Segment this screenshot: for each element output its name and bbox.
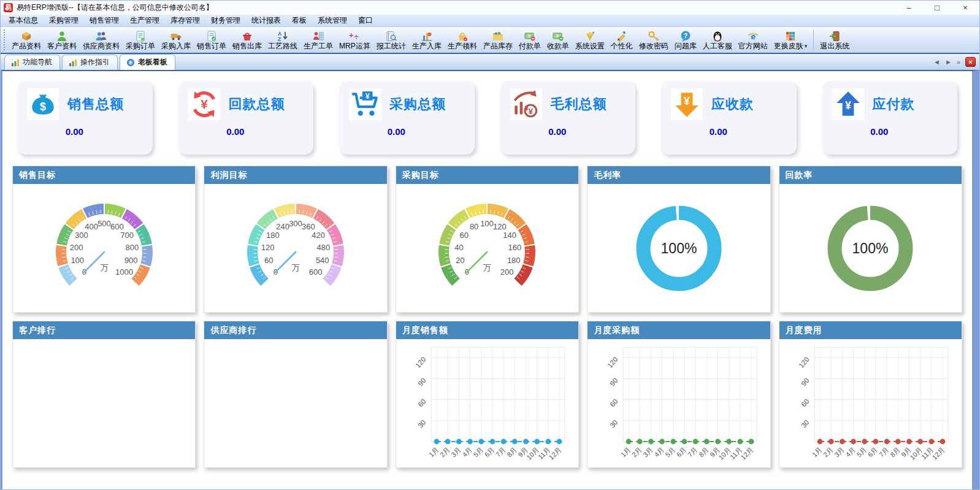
kpi-top: ¥应收款	[671, 88, 788, 120]
toolbar-button-customer-person[interactable]: 客户资料	[44, 29, 80, 51]
toolbar-label: 客户资料	[47, 42, 77, 50]
tab-scroll-right-icon[interactable]: ►	[945, 58, 952, 66]
menu-item-4[interactable]: 库存管理	[165, 14, 205, 27]
svg-text:180: 180	[507, 256, 521, 265]
app-logo-icon: 易	[4, 3, 13, 12]
svg-text:60: 60	[608, 397, 619, 408]
panel-title-supplier-ranking: 供应商排行	[204, 321, 386, 339]
svg-text:2月: 2月	[630, 445, 643, 458]
toolbar-button-password-key[interactable]: 修改密码	[636, 29, 672, 51]
toolbar-button-settings-gem[interactable]: 系统设置	[572, 29, 608, 51]
gross-margin-rate-chart: 100%	[588, 184, 770, 312]
svg-text:600: 600	[309, 267, 323, 276]
menu-item-6[interactable]: 统计报表	[246, 14, 286, 27]
toolbar-button-process-route-sort[interactable]: AZ工艺路线	[265, 29, 301, 51]
tab-1[interactable]: 操作指引	[62, 55, 118, 70]
tab-scroll-left-icon[interactable]: ◄	[933, 58, 940, 66]
menu-item-3[interactable]: 生产管理	[124, 14, 165, 27]
svg-text:6月: 6月	[483, 445, 496, 458]
toolbar-button-sales-out-basket[interactable]: 销售出库	[229, 29, 265, 51]
svg-text:100%: 100%	[852, 240, 889, 256]
toolbar-button-exit-door[interactable]: 退出系统	[817, 29, 852, 51]
menu-item-0[interactable]: 基本信息	[3, 14, 44, 27]
toolbar-label: 更换皮肤▾	[774, 42, 808, 50]
panel-title-monthly-expense: 月度费用	[779, 321, 962, 339]
menu-item-9[interactable]: 窗口	[353, 14, 378, 27]
svg-text:Z: Z	[278, 36, 281, 42]
toolbar-label: 人工客服	[703, 42, 732, 50]
toolbar-button-product-box[interactable]: 产品资料	[9, 29, 44, 51]
kpi-top: ¥采购总额	[349, 88, 466, 120]
toolbar-button-work-order-person[interactable]: 生产工单	[301, 29, 336, 51]
svg-text:30: 30	[417, 418, 427, 429]
toolbar-button-payment-money[interactable]: 付款单	[516, 29, 544, 51]
menu-item-2[interactable]: 销售管理	[84, 14, 124, 27]
toolbar-button-purchase-in-truck[interactable]: 采购入库	[158, 29, 194, 51]
tab-close-button[interactable]: ×	[965, 57, 976, 67]
monthly-expense-chart: 3060901201月2月3月4月5月6月7月8月9月10月11月12月	[779, 339, 962, 467]
svg-text:90: 90	[417, 376, 427, 387]
svg-text:¥: ¥	[845, 99, 851, 112]
tab-list-icon[interactable]: »	[957, 58, 960, 66]
tab-2[interactable]: 老板看板	[120, 54, 175, 70]
menu-item-5[interactable]: 财务管理	[205, 14, 246, 27]
kpi-title: 采购总额	[389, 95, 446, 113]
panel-profit-target: 利润目标060120180240300360420480540600万	[204, 166, 387, 313]
svg-text:120: 120	[414, 355, 427, 369]
restore-button[interactable]: □	[923, 1, 951, 15]
toolbar-button-stock-folder[interactable]: 产品库存	[480, 29, 516, 51]
toolbar-button-receipt-money[interactable]: 收款单	[544, 29, 572, 51]
toolbar-button-production-in-chart[interactable]: 生产入库	[409, 29, 445, 51]
svg-text:7月: 7月	[686, 445, 699, 458]
sales-order-doc-icon	[205, 30, 218, 42]
tab-map-chart-icon	[11, 58, 20, 67]
toolbar: 产品资料客户资料供应商资料采购订单采购入库销售订单销售出库AZ工艺路线生产工单+…	[1, 27, 979, 54]
svg-text:420: 420	[312, 230, 325, 239]
svg-text:4月: 4月	[461, 445, 474, 458]
menu-item-1[interactable]: 采购管理	[44, 14, 84, 27]
minimize-button[interactable]: –	[895, 1, 923, 15]
toolbar-button-personalize-pencil[interactable]: 个性化	[608, 29, 636, 51]
toolbar-label: 付款单	[519, 42, 541, 50]
skin-palette-icon	[784, 30, 797, 42]
kpi-value: 0.00	[349, 126, 466, 137]
toolbar-button-purchase-order-doc[interactable]: 采购订单	[123, 29, 158, 51]
toolbar-label: 采购入库	[161, 42, 191, 50]
close-button[interactable]: ×	[951, 1, 979, 15]
svg-text:3月: 3月	[450, 445, 463, 458]
svg-text:4月: 4月	[844, 445, 857, 458]
dropdown-arrow-icon[interactable]: ▾	[805, 42, 808, 50]
toolbar-button-skin-palette[interactable]: 更换皮肤▾	[771, 29, 811, 51]
menu-item-7[interactable]: 看板	[286, 14, 312, 27]
menu-item-8[interactable]: 系统管理	[312, 14, 353, 27]
panel-sales-target: 销售目标01002003004005006007008009001000万	[12, 166, 196, 313]
toolbar-label: 系统设置	[575, 42, 605, 50]
svg-text:360: 360	[302, 222, 315, 231]
svg-text:30: 30	[800, 418, 810, 429]
toolbar-button-supplier-persons[interactable]: 供应商资料	[80, 29, 123, 51]
svg-text:120: 120	[797, 355, 811, 369]
svg-text:400: 400	[85, 222, 98, 231]
kpi-value: 0.00	[510, 126, 627, 137]
toolbar-button-sales-order-doc[interactable]: 销售订单	[194, 29, 229, 51]
toolbar-button-service-penguin[interactable]: 人工客服	[700, 29, 735, 51]
svg-text:300: 300	[289, 219, 302, 228]
toolbar-button-material-basket[interactable]: 生产领料	[445, 29, 480, 51]
toolbar-button-mrp-calc[interactable]: +÷MRP运算	[336, 29, 373, 51]
svg-text:120: 120	[261, 242, 275, 251]
panel-collection-rate: 回款率100%	[779, 166, 962, 313]
toolbar-button-question-bubble[interactable]: ?问题库	[672, 29, 700, 51]
svg-text:40: 40	[455, 242, 464, 251]
svg-text:÷: ÷	[354, 32, 359, 41]
toolbar-button-website-globe[interactable]: e官方网站	[735, 29, 771, 51]
svg-text:¥: ¥	[684, 95, 690, 107]
tab-0[interactable]: 功能导航	[4, 55, 60, 70]
toolbar-separator	[813, 29, 814, 50]
svg-text:300: 300	[75, 230, 88, 239]
toolbar-label: 供应商资料	[83, 42, 120, 50]
stock-folder-icon	[492, 30, 504, 42]
svg-text:2月: 2月	[438, 445, 451, 458]
svg-text:¥: ¥	[201, 97, 208, 111]
toolbar-button-report-stats-book[interactable]: 报工统计	[373, 29, 409, 51]
tab-target-icon	[126, 58, 135, 67]
